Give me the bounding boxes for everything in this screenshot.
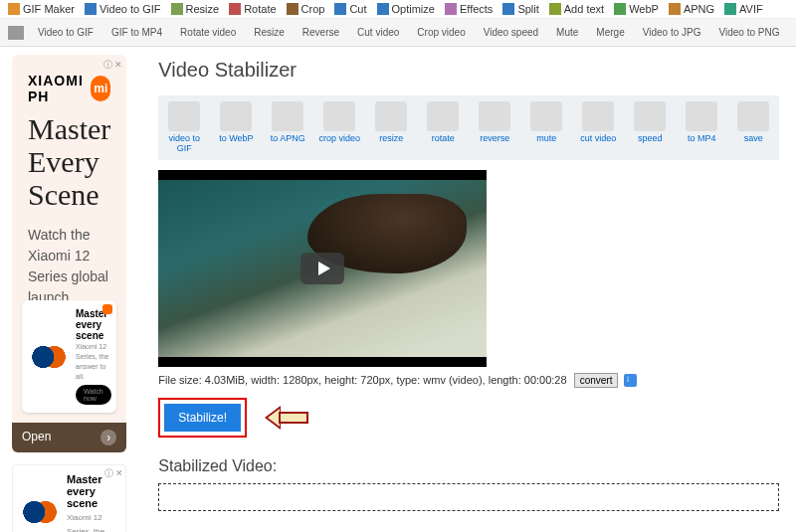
tools-toolbar: video to GIFto WebPto APNGcrop videoresi… — [158, 95, 779, 160]
tool-reverse[interactable]: reverse — [473, 101, 516, 154]
video-preview[interactable] — [158, 170, 487, 367]
video-to-gif-icon — [168, 101, 200, 131]
tool-video-to-gif[interactable]: video to GIF — [162, 101, 206, 154]
nav-optimize[interactable]: Optimize — [377, 3, 435, 15]
xiaomi-logo-icon: mi — [91, 76, 110, 101]
secnav-video-to-png[interactable]: Video to PNG — [710, 23, 787, 42]
nav-effects[interactable]: Effects — [445, 3, 493, 15]
tool-to-webp[interactable]: to WebP — [214, 101, 258, 154]
to-apng-icon — [272, 101, 303, 131]
ad2-subtitle: Xiaomi 12 Series, the answer to all. — [67, 513, 113, 532]
tool-label: speed — [638, 134, 663, 144]
tool-label: reverse — [480, 134, 509, 144]
tool-resize[interactable]: resize — [369, 101, 413, 154]
nav-rotate[interactable]: Rotate — [229, 3, 276, 15]
secondary-navigation: Video to GIF GIF to MP4 Rotate video Res… — [0, 19, 796, 47]
secnav-resize[interactable]: Resize — [246, 23, 293, 42]
tool-rotate[interactable]: rotate — [421, 101, 465, 154]
file-info-text: File size: 4.03MiB, width: 1280px, heigh… — [158, 374, 566, 386]
stabilize-button[interactable]: Stabilize! — [164, 404, 241, 432]
video-icon — [8, 26, 24, 40]
nav-crop[interactable]: Crop — [287, 3, 325, 15]
tool-label: mute — [536, 134, 556, 144]
tool-label: to MP4 — [688, 134, 716, 144]
nav-cut[interactable]: Cut — [334, 3, 366, 15]
ad-open-label: Open — [22, 430, 51, 445]
ad-card-subtitle: Xiaomi 12 Series, the answer to all. — [76, 343, 108, 380]
secnav-cut-video[interactable]: Cut video — [349, 23, 407, 42]
ad-open-bar[interactable]: Open › — [12, 423, 126, 452]
nav-add-text[interactable]: Add text — [549, 3, 604, 15]
tool-label: save — [744, 134, 763, 144]
tool-save[interactable]: save — [731, 101, 775, 154]
resize-icon — [375, 101, 407, 131]
nav-split[interactable]: Split — [502, 3, 538, 15]
to-mp4-icon — [686, 101, 717, 131]
tool-speed[interactable]: speed — [628, 101, 672, 154]
chevron-right-icon: › — [100, 430, 116, 445]
tool-label: rotate — [432, 134, 455, 144]
play-icon[interactable] — [300, 253, 344, 284]
xiaomi-logo-small-icon — [102, 304, 112, 314]
tool-crop-video[interactable]: crop video — [317, 101, 361, 154]
secnav-rotate-video[interactable]: Rotate video — [172, 23, 244, 42]
tool-to-apng[interactable]: to APNG — [266, 101, 309, 154]
secnav-crop-video[interactable]: Crop video — [409, 23, 473, 42]
arrow-annotation-icon — [265, 406, 310, 430]
top-navigation: GIF Maker Video to GIF Resize Rotate Cro… — [0, 0, 796, 19]
watch-now-button[interactable]: Watch now — [76, 385, 111, 405]
secnav-video-speed[interactable]: Video speed — [476, 23, 546, 42]
tool-label: cut video — [580, 134, 616, 144]
page-title: Video Stabilizer — [158, 59, 779, 82]
nav-webp[interactable]: WebP — [614, 3, 659, 15]
secnav-video-to-gif[interactable]: Video to GIF — [30, 23, 101, 42]
ad-brand: XIAOMI PH — [28, 73, 91, 104]
tool-label: to APNG — [271, 134, 305, 144]
ad-close-icon[interactable]: ⓘ ✕ — [103, 59, 123, 72]
main-content: Video Stabilizer video to GIFto WebPto A… — [138, 47, 796, 532]
file-metadata: File size: 4.03MiB, width: 1280px, heigh… — [158, 373, 779, 388]
advertisement-2[interactable]: ⓘ ✕ Master every scene Xiaomi 12 Series,… — [12, 464, 126, 532]
ad-graphic-icon — [30, 338, 68, 376]
secnav-gif-to-mp4[interactable]: GIF to MP4 — [103, 23, 170, 42]
advertisement-1[interactable]: ⓘ ✕ XIAOMI PH mi Master Every Scene Watc… — [12, 55, 126, 452]
tool-label: resize — [379, 134, 403, 144]
sidebar: ⓘ ✕ XIAOMI PH mi Master Every Scene Watc… — [0, 47, 138, 532]
download-icon[interactable] — [624, 374, 637, 387]
nav-apng[interactable]: APNG — [669, 3, 714, 15]
secnav-reverse[interactable]: Reverse — [295, 23, 347, 42]
tool-to-mp4[interactable]: to MP4 — [680, 101, 723, 154]
secnav-merge[interactable]: Merge — [588, 23, 632, 42]
nav-resize[interactable]: Resize — [171, 3, 220, 15]
cut-video-icon — [582, 101, 614, 131]
convert-button[interactable]: convert — [574, 373, 619, 388]
to-webp-icon — [220, 101, 252, 131]
tool-mute[interactable]: mute — [524, 101, 568, 154]
ad-inner-card[interactable]: Master every scene Xiaomi 12 Series, the… — [22, 300, 116, 413]
ad2-graphic-icon — [21, 493, 59, 531]
crop-video-icon — [323, 101, 355, 131]
tool-label: video to GIF — [162, 134, 206, 154]
ad2-close-icon[interactable]: ⓘ ✕ — [104, 467, 124, 480]
speed-icon — [634, 101, 666, 131]
rotate-icon — [427, 101, 459, 131]
tool-label: crop video — [319, 134, 361, 144]
secnav-mute[interactable]: Mute — [548, 23, 586, 42]
tool-cut-video[interactable]: cut video — [576, 101, 620, 154]
mute-icon — [530, 101, 562, 131]
stabilized-video-heading: Stabilized Video: — [158, 457, 779, 475]
ad-headline: Master Every Scene — [28, 112, 110, 211]
nav-avif[interactable]: AVIF — [724, 3, 763, 15]
stabilized-video-output — [158, 483, 779, 511]
nav-video-to-gif[interactable]: Video to GIF — [85, 3, 161, 15]
tool-label: to WebP — [219, 134, 253, 144]
nav-gif-maker[interactable]: GIF Maker — [8, 3, 75, 15]
save-icon — [737, 101, 769, 131]
secnav-video-to-jpg[interactable]: Video to JPG — [635, 23, 709, 42]
reverse-icon — [479, 101, 510, 131]
